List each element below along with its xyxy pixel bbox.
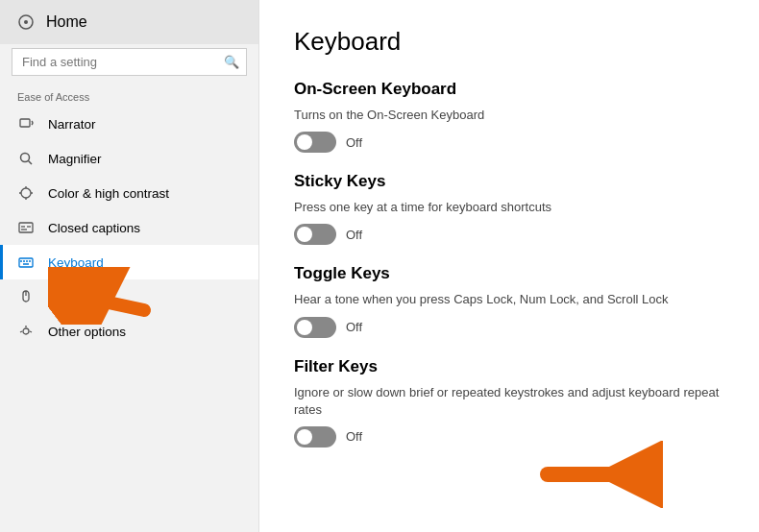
- search-input[interactable]: [12, 48, 247, 76]
- filter-keys-section: Filter Keys Ignore or slow down brief or…: [294, 357, 724, 447]
- sticky-keys-title: Sticky Keys: [294, 172, 724, 191]
- svg-rect-14: [19, 258, 33, 267]
- sticky-keys-toggle-row: Off: [294, 224, 724, 245]
- page-title: Keyboard: [294, 27, 724, 57]
- filter-keys-toggle-row: Off: [294, 426, 724, 447]
- toggle-keys-desc: Hear a tone when you press Caps Lock, Nu…: [294, 291, 724, 308]
- search-icon: 🔍: [224, 55, 239, 69]
- color-icon: [17, 184, 35, 202]
- svg-rect-10: [19, 223, 33, 232]
- svg-point-3: [21, 154, 30, 162]
- sticky-keys-toggle-label: Off: [346, 228, 362, 242]
- filter-keys-toggle-label: Off: [346, 429, 362, 444]
- filter-keys-toggle[interactable]: [294, 426, 336, 447]
- sidebar-item-color-contrast[interactable]: Color & high contrast: [0, 176, 258, 210]
- svg-point-22: [23, 328, 29, 334]
- other-options-label: Other options: [48, 325, 126, 339]
- sidebar-item-keyboard[interactable]: Keyboard: [0, 245, 258, 279]
- toggle-keys-toggle[interactable]: [294, 317, 336, 338]
- magnifier-icon: [17, 150, 35, 167]
- search-container: 🔍: [12, 48, 247, 76]
- toggle-keys-title: Toggle Keys: [294, 264, 724, 283]
- sidebar-home[interactable]: Home: [0, 0, 258, 44]
- svg-point-5: [21, 188, 31, 198]
- sticky-keys-section: Sticky Keys Press one key at a time for …: [294, 172, 724, 245]
- home-label: Home: [46, 13, 87, 31]
- sticky-keys-toggle-knob: [297, 227, 312, 242]
- mouse-icon: [17, 288, 35, 305]
- sticky-keys-toggle[interactable]: [294, 224, 336, 245]
- on-screen-keyboard-toggle[interactable]: [294, 132, 336, 153]
- sticky-keys-desc: Press one key at a time for keyboard sho…: [294, 199, 724, 216]
- svg-rect-2: [20, 119, 30, 127]
- home-icon: [17, 13, 35, 31]
- narrator-icon: [17, 115, 35, 133]
- filter-keys-title: Filter Keys: [294, 357, 724, 376]
- on-screen-keyboard-desc: Turns on the On-Screen Keyboard: [294, 107, 724, 124]
- sidebar-item-narrator[interactable]: Narrator: [0, 107, 258, 141]
- svg-point-1: [24, 20, 28, 24]
- svg-line-4: [29, 161, 33, 165]
- on-screen-keyboard-toggle-row: Off: [294, 132, 724, 153]
- narrator-label: Narrator: [48, 117, 96, 132]
- captions-icon: [17, 219, 35, 236]
- sidebar-item-magnifier[interactable]: Magnifier: [0, 141, 258, 176]
- main-content: Keyboard On-Screen Keyboard Turns on the…: [259, 0, 759, 532]
- on-screen-keyboard-section: On-Screen Keyboard Turns on the On-Scree…: [294, 80, 724, 153]
- filter-keys-toggle-knob: [297, 429, 312, 445]
- toggle-keys-toggle-knob: [297, 320, 312, 335]
- keyboard-icon: [17, 254, 35, 271]
- magnifier-label: Magnifier: [48, 152, 102, 166]
- toggle-keys-toggle-label: Off: [346, 320, 362, 334]
- on-screen-keyboard-toggle-label: Off: [346, 135, 362, 150]
- sidebar: Home 🔍 Ease of Access Narrator Magnifier: [0, 0, 259, 532]
- toggle-keys-section: Toggle Keys Hear a tone when you press C…: [294, 264, 724, 337]
- toggle-keys-toggle-row: Off: [294, 317, 724, 338]
- keyboard-label: Keyboard: [48, 255, 104, 270]
- closed-captions-label: Closed captions: [48, 221, 140, 235]
- arrow-bottom-indicator: [538, 441, 663, 508]
- sidebar-item-closed-captions[interactable]: Closed captions: [0, 210, 258, 245]
- filter-keys-desc: Ignore or slow down brief or repeated ke…: [294, 384, 724, 419]
- sidebar-section-label: Ease of Access: [0, 85, 258, 107]
- color-contrast-label: Color & high contrast: [48, 186, 169, 201]
- on-screen-keyboard-toggle-knob: [297, 134, 312, 150]
- on-screen-keyboard-title: On-Screen Keyboard: [294, 80, 724, 99]
- mouse-label: Mouse: [48, 290, 87, 304]
- sidebar-item-mouse[interactable]: Mouse: [0, 279, 258, 314]
- other-icon: [17, 323, 35, 340]
- sidebar-item-other-options[interactable]: Other options: [0, 314, 258, 349]
